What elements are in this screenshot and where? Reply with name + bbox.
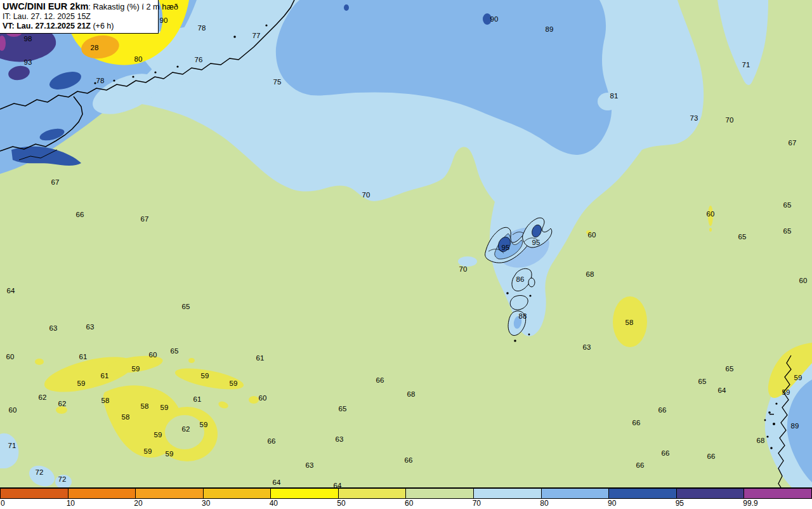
colorbar-segment bbox=[1, 489, 69, 498]
colorbar-segment bbox=[609, 489, 677, 498]
yellow-dot-a bbox=[709, 228, 712, 232]
colorbar-segment bbox=[474, 489, 542, 498]
yellow-streak-60 bbox=[708, 206, 713, 226]
colorbar-segment bbox=[136, 489, 204, 498]
model-name: UWC/DINI EUR 2km bbox=[3, 1, 88, 11]
colorbar-tick: 40 bbox=[270, 499, 278, 508]
humidity-colorbar: 01020304050607080909599.9 bbox=[0, 487, 812, 509]
dark-speck bbox=[344, 4, 349, 11]
colorbar-tick: 90 bbox=[608, 499, 616, 508]
colorbar-segments bbox=[0, 488, 812, 499]
title-line: UWC/DINI EUR 2km: Rakastig (%) í 2 m hæð bbox=[3, 1, 155, 12]
colorbar-tick: 30 bbox=[202, 499, 210, 508]
colorbar-tick: 80 bbox=[540, 499, 548, 508]
colorbar-segment bbox=[744, 489, 811, 498]
weather-map-viewport: 9828938090787776787590898171737067706766… bbox=[0, 0, 812, 509]
colorbar-tick: 20 bbox=[134, 499, 142, 508]
colorbar-tick: 60 bbox=[405, 499, 413, 508]
init-time: IT: Lau. 27. 12. 2025 15Z bbox=[3, 12, 155, 22]
colorbar-segment bbox=[677, 489, 745, 498]
colorbar-segment bbox=[204, 489, 272, 498]
colorbar-segment bbox=[69, 489, 136, 498]
colorbar-ticks: 01020304050607080909599.9 bbox=[0, 499, 812, 509]
colorbar-segment bbox=[271, 489, 339, 498]
colorbar-tick: 10 bbox=[67, 499, 75, 508]
small-70-blob-west-of-faroes bbox=[458, 256, 477, 267]
yellow-blob-58 bbox=[613, 296, 647, 347]
colorbar-tick: 95 bbox=[676, 499, 684, 508]
humidity-map-graphic bbox=[0, 0, 812, 487]
colorbar-tick: 50 bbox=[337, 499, 345, 508]
light-notch-81 bbox=[598, 93, 618, 110]
yellow-dot-b bbox=[586, 230, 591, 234]
colorbar-segment bbox=[406, 489, 474, 498]
navy-speck-90 bbox=[483, 13, 492, 25]
colorbar-segment bbox=[542, 489, 610, 498]
colorbar-segment bbox=[339, 489, 407, 498]
map-title-box: UWC/DINI EUR 2km: Rakastig (%) í 2 m hæð… bbox=[0, 0, 159, 34]
valid-offset: (+6 h) bbox=[91, 22, 114, 30]
colorbar-tick: 99.9 bbox=[743, 499, 757, 508]
colorbar-tick: 0 bbox=[1, 499, 5, 508]
map-area: 9828938090787776787590898171737067706766… bbox=[0, 0, 812, 487]
valid-time: VT: Lau. 27.12.2025 21Z bbox=[3, 22, 91, 30]
parameter-name: : Rakastig (%) í 2 m hæð bbox=[88, 2, 178, 11]
valid-time-line: VT: Lau. 27.12.2025 21Z (+6 h) bbox=[3, 22, 155, 31]
colorbar-tick: 70 bbox=[473, 499, 481, 508]
